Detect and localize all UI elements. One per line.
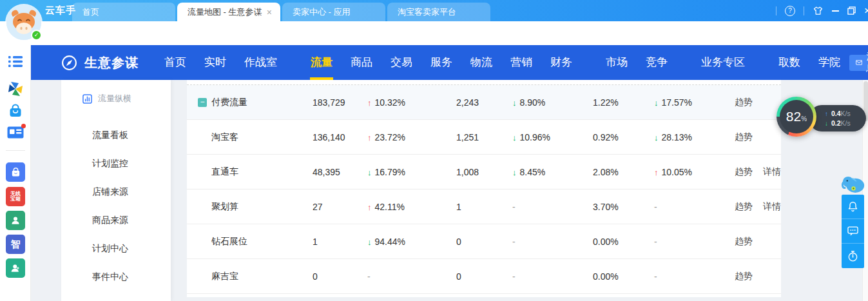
nav-item[interactable]: 学院 — [809, 45, 849, 80]
rate-change-cell: - — [654, 237, 735, 247]
divider — [776, 6, 776, 15]
trend-link[interactable]: 趋势 — [735, 271, 753, 282]
table-row[interactable]: 钻石展位 1 ↓94.44% 0 - 0.00% - 趋势 — [187, 224, 781, 259]
address-bar: ‹ › ↻ sycm.taobao.com — [0, 21, 868, 45]
shop-bag-icon[interactable] — [8, 103, 23, 121]
nav-item[interactable]: 营销 — [501, 45, 541, 80]
nav-item[interactable]: 作战室 — [235, 45, 286, 80]
minimize-button[interactable] — [832, 10, 839, 12]
menu-item[interactable]: 事件中心 — [61, 262, 171, 291]
health-score-gauge[interactable]: 82 % — [776, 97, 816, 137]
browser-tab[interactable]: 首页 — [72, 3, 175, 21]
visitors-value: 0 — [313, 271, 367, 282]
elephant-mascot[interactable] — [842, 174, 865, 196]
nav-item[interactable]: 物流 — [461, 45, 501, 80]
nav-item[interactable]: 交易 — [381, 45, 421, 80]
buyers-change-cell: ↓8.90% — [512, 97, 593, 108]
nav-item-label: 竞争 — [646, 56, 668, 68]
restore-window-button[interactable] — [847, 6, 856, 15]
tab-strip: 首页 流量地图 - 生意参谋 × 卖家中心 - 应用 淘宝客卖家平台 — [72, 3, 492, 21]
table-row[interactable]: 直通车 48,395 ↓16.79% 1,008 ↓8.45% 2.08% ↑1… — [187, 155, 781, 189]
speed-detail-pill: ↑ 0.4K/s ↓ 0.2K/s — [809, 105, 866, 131]
trend-arrow-icon: ↓ — [367, 168, 372, 177]
browser-brand-title: 云车手 — [45, 5, 76, 17]
menu-item[interactable]: 流量看板 — [61, 121, 171, 149]
nav-item[interactable]: 流量 — [302, 45, 342, 80]
trend-link[interactable]: 趋势 — [735, 201, 753, 213]
table-rows: − 付费流量 183,729 ↑10.32% 2,243 ↓8.90% 1.22… — [187, 84, 781, 294]
nav-item[interactable]: 业务专区 — [692, 45, 754, 80]
unread-dot-badge — [21, 124, 26, 128]
menu-item[interactable]: 计划中心 — [61, 234, 171, 262]
trend-link[interactable]: 趋势 — [735, 131, 753, 143]
help-icon[interactable]: ? — [785, 6, 795, 16]
nav-item-label: 交易 — [391, 56, 412, 68]
nav-item[interactable]: 服务 — [421, 45, 461, 80]
detail-link[interactable]: 详情 — [763, 201, 781, 213]
tab-close-icon[interactable]: × — [265, 7, 274, 17]
nav-item[interactable]: 商品 — [342, 45, 381, 80]
network-speed-widget[interactable]: ↑ 0.4K/s ↓ 0.2K/s 82 % — [776, 97, 816, 137]
buyers-value: 1 — [456, 202, 512, 212]
download-speed-row: ↓ 0.2K/s — [825, 119, 866, 127]
table-row[interactable]: 淘宝客 136,140 ↑23.72% 1,251 ↓10.96% 0.92% … — [187, 120, 781, 155]
nav-item-label: 取数 — [778, 56, 800, 68]
upload-speed-row: ↑ 0.4K/s — [825, 110, 866, 117]
pinwheel-app-icon[interactable] — [7, 81, 24, 100]
buyers-value: 1,008 — [456, 167, 512, 177]
member-app-icon[interactable] — [6, 258, 25, 278]
nav-item-label: 作战室 — [244, 56, 277, 68]
nav-item-label: 财务 — [550, 56, 572, 68]
detail-link[interactable]: 详情 — [763, 166, 781, 178]
nav-item[interactable]: 取数 — [769, 45, 809, 80]
trend-link[interactable]: 趋势 — [735, 236, 753, 248]
channel-name-cell: 聚划算 — [187, 201, 313, 213]
browser-tab[interactable]: 卖家中心 - 应用 — [282, 3, 385, 21]
channel-name: 聚划算 — [211, 201, 238, 211]
nav-item[interactable]: 市场 — [597, 45, 637, 80]
divider — [804, 6, 804, 15]
close-window-button[interactable]: × — [864, 5, 868, 17]
menu-items: 流量看板计划监控店铺来源商品来源计划中心事件中心 — [61, 121, 171, 291]
menu-item[interactable]: 计划监控 — [61, 149, 171, 177]
collapse-toggle[interactable]: − — [198, 98, 207, 107]
trend-arrow-icon: ↓ — [654, 133, 659, 142]
trend-arrow-icon: ↑ — [367, 133, 372, 142]
buyers-change: - — [512, 202, 516, 212]
left-app-rail: 无线宝箱 智 — [0, 45, 31, 301]
seller-app-icon[interactable] — [6, 162, 25, 182]
browser-tab[interactable]: 流量地图 - 生意参谋 × — [177, 3, 280, 21]
channel-name: 麻吉宝 — [211, 271, 238, 281]
messages-button[interactable]: 消息 — [849, 55, 868, 71]
theme-skin-icon[interactable] — [813, 6, 824, 15]
browser-tab[interactable]: 淘宝客卖家平台 — [387, 3, 490, 21]
feed-card-icon[interactable] — [7, 126, 24, 142]
table-row[interactable]: 聚划算 27 ↑42.11% 1 - 3.70% - 趋势 详情 — [187, 189, 781, 224]
rate-change-cell: - — [654, 271, 735, 282]
table-row[interactable]: − 付费流量 183,729 ↑10.32% 2,243 ↓8.90% 1.22… — [187, 85, 781, 120]
history-timer-button[interactable] — [842, 244, 864, 268]
trend-link[interactable]: 趋势 — [735, 166, 753, 178]
nav-item[interactable]: 竞争 — [637, 45, 677, 80]
menu-item[interactable]: 店铺来源 — [61, 177, 171, 206]
wireless-treasure-box-icon[interactable]: 无线宝箱 — [6, 187, 25, 206]
conversion-rate-value: 2.08% — [593, 167, 654, 177]
menu-section-traffic-matrix[interactable]: 流量纵横 — [61, 93, 171, 104]
table-row[interactable]: 麻吉宝 0 - 0 - 0.00% - 趋势 — [187, 259, 781, 294]
nav-item[interactable]: 实时 — [195, 45, 235, 80]
buyers-value: 2,243 — [456, 97, 512, 108]
channel-name-cell: − 付费流量 — [187, 97, 313, 108]
download-speed-unit: K/s — [841, 119, 851, 127]
wisdom-app-icon[interactable]: 智 — [6, 235, 25, 254]
notifications-bell-button[interactable] — [842, 195, 864, 219]
nav-item-label: 学院 — [818, 56, 840, 68]
menu-item[interactable]: 商品来源 — [61, 206, 171, 234]
row-actions: 趋势 详情 — [735, 201, 781, 213]
chat-feedback-button[interactable] — [842, 219, 864, 244]
rate-change-cell: ↑10.05% — [654, 167, 735, 177]
trend-link[interactable]: 趋势 — [735, 97, 753, 108]
nav-item[interactable]: 财务 — [541, 45, 581, 80]
customer-service-icon[interactable] — [6, 211, 25, 230]
task-list-icon[interactable] — [8, 55, 23, 70]
nav-item[interactable]: 首页 — [155, 45, 195, 80]
